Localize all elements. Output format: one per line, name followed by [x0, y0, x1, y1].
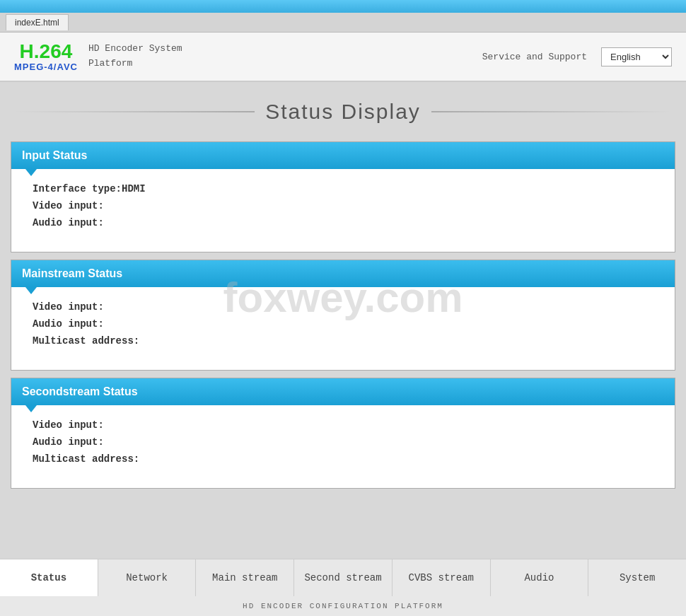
logo-box: H.264 MPEG-4/AVC — [14, 42, 78, 72]
footer-text: HD ENCODER CONFIGURATION PLATFORM — [0, 596, 686, 616]
header-right: Service and Support English Chinese — [482, 47, 672, 66]
status-line: Interface type:HDMI — [33, 183, 653, 194]
tab-bar: indexE.html — [0, 13, 686, 33]
title-line-right — [431, 111, 672, 112]
input-status-body: Interface type:HDMI Video input: Audio i… — [11, 169, 675, 252]
input-status-header: Input Status — [11, 142, 675, 169]
input-status-panel: Input Status Interface type:HDMI Video i… — [11, 141, 675, 252]
page-title: Status Display — [265, 100, 421, 124]
language-select[interactable]: English Chinese — [601, 47, 672, 66]
mpeg-logo: MPEG-4/AVC — [14, 62, 78, 72]
nav-status-fixed[interactable]: Status — [0, 559, 98, 596]
mainstream-status-panel: Mainstream Status Video input: Audio inp… — [11, 260, 675, 371]
status-line: Audio input: — [33, 436, 653, 448]
title-line-left — [14, 111, 255, 112]
status-line: Audio input: — [33, 217, 653, 228]
status-line: Multicast address: — [33, 453, 653, 465]
status-line: Audio input: — [33, 318, 653, 330]
secondstream-status-header: Secondstream Status — [11, 378, 675, 405]
nav-audio-fixed[interactable]: Audio — [491, 559, 589, 596]
status-line: Video input: — [33, 301, 653, 313]
nav-cvbs-stream-fixed[interactable]: CVBS stream — [393, 559, 491, 596]
platform-description: HD Encoder System Platform — [88, 42, 182, 71]
page-title-area: Status Display — [0, 82, 686, 134]
browser-tab: indexE.html — [6, 14, 69, 30]
service-support-link[interactable]: Service and Support — [482, 52, 587, 62]
logo-area: H.264 MPEG-4/AVC HD Encoder System Platf… — [14, 42, 182, 72]
main-wrapper: foxwey.com Status Display Input Status I… — [0, 82, 686, 489]
status-line: Video input: — [33, 419, 653, 431]
mainstream-status-body: Video input: Audio input: Multicast addr… — [11, 287, 675, 370]
nav-system-fixed[interactable]: System — [588, 559, 686, 596]
nav-second-stream-fixed[interactable]: Second stream — [294, 559, 393, 596]
secondstream-status-panel: Secondstream Status Video input: Audio i… — [11, 378, 675, 489]
nav-network-fixed[interactable]: Network — [98, 559, 197, 596]
secondstream-status-body: Video input: Audio input: Multicast addr… — [11, 405, 675, 488]
main-content: foxwey.com Status Display Input Status I… — [0, 82, 686, 577]
nav-main-stream-fixed[interactable]: Main stream — [196, 559, 294, 596]
header: H.264 MPEG-4/AVC HD Encoder System Platf… — [0, 33, 686, 82]
h264-logo: H.264 — [20, 42, 73, 62]
status-line: Multicast address: — [33, 335, 653, 347]
mainstream-status-header: Mainstream Status — [11, 260, 675, 287]
status-line: Video input: — [33, 200, 653, 211]
top-bar — [0, 0, 686, 13]
